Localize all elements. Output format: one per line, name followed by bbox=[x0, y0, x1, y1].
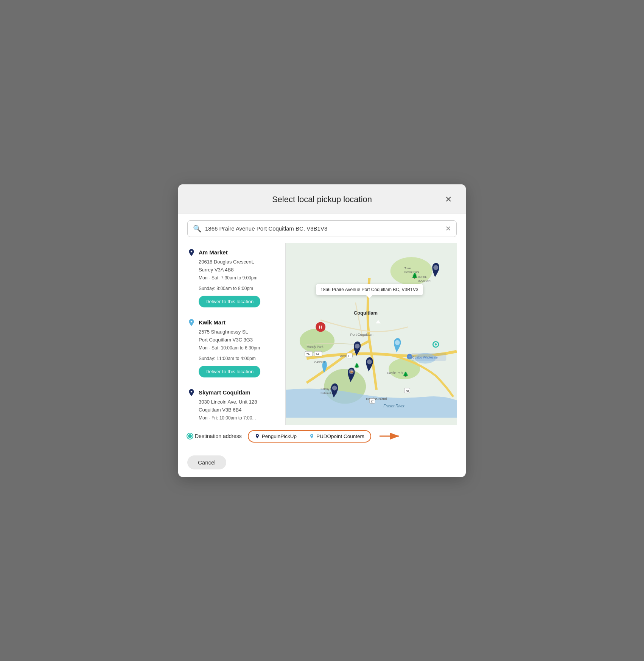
svg-text:📦: 📦 bbox=[350, 370, 354, 374]
svg-text:Coquitlam: Coquitlam bbox=[354, 310, 378, 316]
modal-title: Select local pickup location bbox=[202, 195, 442, 204]
filter-tab-penguin[interactable]: PenguinPickUp bbox=[249, 431, 303, 442]
svg-point-38 bbox=[433, 265, 438, 270]
svg-text:7A: 7A bbox=[316, 352, 319, 356]
svg-text:Douglas Island: Douglas Island bbox=[366, 397, 387, 401]
svg-point-2 bbox=[300, 329, 334, 353]
list-item: Skymart Coquitlam 3030 Lincoln Ave, Unit… bbox=[187, 383, 280, 425]
destination-dot bbox=[187, 433, 193, 439]
modal-header: Select local pickup location ✕ bbox=[178, 184, 466, 214]
svg-text:🌲: 🌲 bbox=[354, 362, 360, 368]
location-name: Am Market bbox=[199, 249, 228, 256]
svg-text:H: H bbox=[319, 325, 322, 329]
svg-text:🌲: 🌲 bbox=[411, 272, 418, 279]
location-name: Kwik Mart bbox=[199, 319, 226, 326]
map-svg: Fraser River Costco Wholesale 🛒 Coquitla… bbox=[286, 243, 457, 425]
svg-text:7: 7 bbox=[348, 354, 349, 357]
location-address-line1: 20618 Douglas Crescent, bbox=[199, 258, 280, 266]
tooltip-text: 1866 Praire Avenue Port Coquitlam BC, V3… bbox=[320, 287, 418, 292]
arrow-indicator bbox=[380, 432, 402, 441]
location-list: Am Market 20618 Douglas Crescent, Surrey… bbox=[187, 243, 286, 425]
deliver-button-1[interactable]: Deliver to this location bbox=[199, 366, 260, 377]
svg-point-44 bbox=[395, 340, 400, 345]
pudo-pin-icon bbox=[309, 433, 314, 439]
svg-text:BURKE: BURKE bbox=[418, 276, 427, 278]
svg-text:Mundy Park: Mundy Park bbox=[306, 345, 324, 348]
location-address-line1: 3030 Lincoln Ave, Unit 128 bbox=[199, 398, 280, 406]
close-icon: ✕ bbox=[445, 195, 452, 204]
svg-text:7B: 7B bbox=[405, 389, 409, 393]
svg-text:Fraser River: Fraser River bbox=[383, 404, 404, 408]
svg-text:CASSIN: CASSIN bbox=[314, 360, 325, 363]
list-item: Am Market 20618 Douglas Crescent, Surrey… bbox=[187, 243, 280, 313]
filter-tab-pudo-label: PUDOpoint Counters bbox=[316, 433, 364, 439]
svg-text:Castle Park: Castle Park bbox=[387, 371, 404, 375]
pin-icon bbox=[187, 318, 196, 327]
svg-point-39 bbox=[355, 343, 360, 348]
cancel-button[interactable]: Cancel bbox=[187, 455, 226, 469]
location-hours-line1: Mon - Sat: 7:30am to 9:00pm bbox=[199, 274, 280, 281]
location-name: Skymart Coquitlam bbox=[199, 389, 250, 396]
map-background: Fraser River Costco Wholesale 🛒 Coquitla… bbox=[286, 243, 457, 425]
location-hours-line2: Sunday: 11:00am to 4:00pm bbox=[199, 355, 280, 362]
filter-bar: Destination address PenguinPickUp PUDOpo… bbox=[187, 430, 457, 443]
map-area: Fraser River Costco Wholesale 🛒 Coquitla… bbox=[286, 243, 457, 425]
filter-tabs[interactable]: PenguinPickUp PUDOpoint Counters bbox=[248, 430, 371, 443]
svg-text:Port Coquitlam: Port Coquitlam bbox=[350, 332, 373, 336]
svg-text:7A: 7A bbox=[306, 352, 310, 356]
svg-text:17: 17 bbox=[370, 399, 373, 403]
modal-overlay: Select local pickup location ✕ 🔍 ✕ bbox=[0, 0, 644, 661]
location-address-line2: Surrey V3A 4B8 bbox=[199, 266, 280, 274]
deliver-button-0[interactable]: Deliver to this location bbox=[199, 296, 260, 307]
location-hours-line1: Mon - Fri: 10:00am to 7:00... bbox=[199, 415, 280, 421]
search-input[interactable] bbox=[205, 225, 445, 232]
location-hours-line2: Sunday: 8:00am to 8:00pm bbox=[199, 285, 280, 292]
destination-label: Destination address bbox=[187, 433, 242, 439]
svg-point-41 bbox=[332, 385, 337, 390]
content-area: Am Market 20618 Douglas Crescent, Surrey… bbox=[187, 243, 457, 425]
search-bar: 🔍 ✕ bbox=[187, 220, 457, 237]
filter-tab-pudo[interactable]: PUDOpoint Counters bbox=[303, 431, 370, 442]
location-address-line1: 2575 Shaughnessy St, bbox=[199, 328, 280, 336]
close-button[interactable]: ✕ bbox=[442, 193, 455, 206]
modal-body: 🔍 ✕ Am Market 20618 bbox=[178, 214, 466, 450]
modal-footer: Cancel bbox=[178, 450, 466, 477]
svg-text:🌲: 🌲 bbox=[403, 371, 409, 377]
search-icon: 🔍 bbox=[193, 224, 201, 233]
location-name-row: Am Market bbox=[187, 248, 280, 257]
location-hours-line1: Mon - Sat: 10:00am to 6:30pm bbox=[199, 345, 280, 351]
pin-icon bbox=[187, 388, 196, 397]
arrow-icon bbox=[380, 432, 402, 441]
location-name-row: Skymart Coquitlam bbox=[187, 388, 280, 397]
location-address-line2: Port Coquitlam V3C 3G3 bbox=[199, 336, 280, 344]
location-address-line2: Coquitlam V3B 6B4 bbox=[199, 406, 280, 414]
svg-point-40 bbox=[367, 359, 372, 364]
svg-text:🛒: 🛒 bbox=[408, 355, 412, 359]
destination-label-text: Destination address bbox=[195, 433, 242, 439]
list-item: Kwik Mart 2575 Shaughnessy St, Port Coqu… bbox=[187, 313, 280, 383]
pin-icon bbox=[187, 248, 196, 257]
svg-point-46 bbox=[435, 343, 437, 345]
modal: Select local pickup location ✕ 🔍 ✕ bbox=[178, 184, 466, 477]
filter-tab-penguin-label: PenguinPickUp bbox=[262, 433, 297, 439]
svg-text:MOUNTAIN: MOUNTAIN bbox=[418, 279, 431, 282]
penguin-pin-icon bbox=[255, 433, 260, 439]
svg-text:Costco Wholesale: Costco Wholesale bbox=[412, 355, 438, 359]
location-name-row: Kwik Mart bbox=[187, 318, 280, 327]
map-tooltip: 1866 Praire Avenue Port Coquitlam BC, V3… bbox=[316, 284, 423, 295]
clear-icon[interactable]: ✕ bbox=[445, 224, 451, 233]
svg-text:Town: Town bbox=[404, 267, 411, 270]
